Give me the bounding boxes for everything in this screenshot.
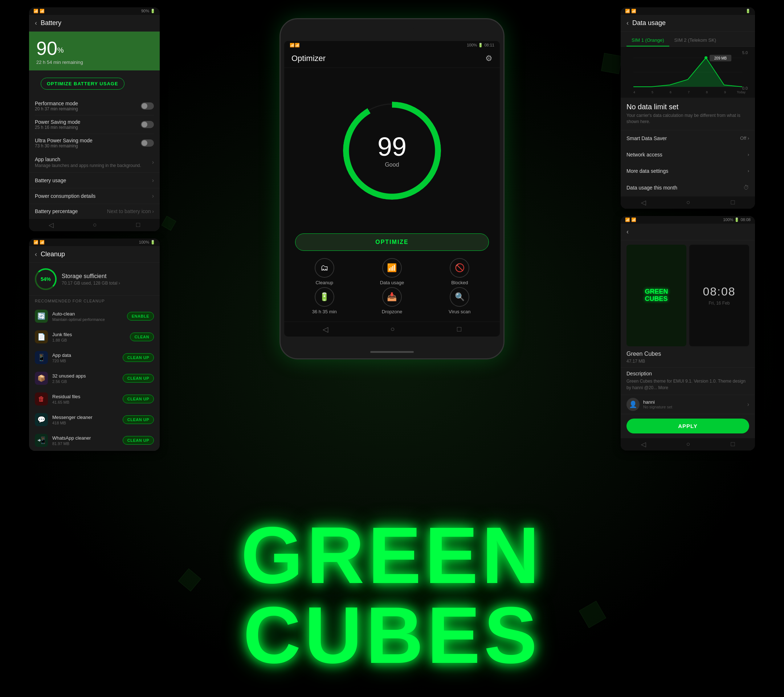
storage-info: Storage sufficient 70.17 GB used, 128 GB… <box>62 273 120 286</box>
data-usage-panel: 📶 📶 🔋 ‹ Data usage SIM 1 (Orange) SIM 2 … <box>621 7 755 209</box>
svg-text:Today: Today <box>737 91 746 94</box>
data-usage-icon-circle: 📶 <box>382 258 402 278</box>
apply-theme-button[interactable]: APPLY <box>626 419 749 433</box>
cleanup-back-button[interactable]: ‹ <box>35 250 37 258</box>
junk-clean-button[interactable]: CLEAN <box>130 333 154 341</box>
data-usage-this-month-row[interactable]: Data usage this month ⏱ <box>621 179 755 196</box>
data-nav-recents-icon[interactable]: □ <box>731 199 735 206</box>
dropzone-icon-circle: 📥 <box>382 287 402 307</box>
mode-performance-toggle[interactable] <box>141 102 154 110</box>
unused-apps-info: 32 unused apps 2.56 GB <box>52 373 118 384</box>
phone-nav-back[interactable]: ◁ <box>323 325 328 334</box>
mode-power-saving-toggle[interactable] <box>141 121 154 128</box>
network-access-item[interactable]: Network access › <box>621 147 755 163</box>
data-usage-back-button[interactable]: ‹ <box>626 19 629 27</box>
network-access-title: Network access <box>626 152 662 158</box>
optimizer-icon-blocked[interactable]: 🚫 Blocked <box>427 258 492 285</box>
theme-name-label: Green Cubes <box>621 351 755 359</box>
optimizer-icon-dropzone[interactable]: 📥 Dropzone <box>359 287 425 315</box>
menu-battery-usage[interactable]: Battery usage › <box>29 173 160 188</box>
autoclean-enable-button[interactable]: ENABLE <box>127 312 154 321</box>
battery-status-bar: 📶 📶 90% 🔋 <box>29 7 160 15</box>
status-right: 100% 🔋 08:11 <box>467 43 494 48</box>
battery-percentage-title: Battery percentage <box>35 208 78 214</box>
optimizer-icon-cleanup[interactable]: 🗂 Cleanup <box>292 258 357 285</box>
theme-nav-recents-icon[interactable]: □ <box>731 440 735 448</box>
status-left: 📶📶 <box>290 43 300 48</box>
phone-bottom-nav: ◁ ○ □ <box>284 321 500 336</box>
mode-power-saving-name: Power Saving mode <box>35 119 80 125</box>
mode-power-saving-time: 25 h 16 min remaining <box>35 125 80 130</box>
svg-point-4 <box>705 56 707 59</box>
green-cubes-line2: CUBES <box>138 595 646 675</box>
whatsapp-cleanup-button[interactable]: CLEAN UP <box>123 436 154 445</box>
unused-apps-icon: 📦 <box>35 372 48 385</box>
optimizer-icon-data-usage[interactable]: 📶 Data usage <box>359 258 425 285</box>
cleanup-header: ‹ Cleanup <box>29 246 160 263</box>
smart-data-saver-right: Off › <box>740 135 749 141</box>
optimize-button[interactable]: OPTIMIZE <box>295 234 489 251</box>
green-cubes-bg-text: GREEN CUBES <box>138 516 646 675</box>
more-data-settings-item[interactable]: More data settings › <box>621 163 755 179</box>
junk-icon: 📄 <box>35 330 48 343</box>
optimizer-icon-virus-scan[interactable]: 🔍 Virus scan <box>427 287 492 315</box>
cleanup-status-icons: 📶 📶 <box>33 240 44 245</box>
theme-panel: 📶 📶 100% 🔋 08:08 ‹ GREEN CUBES 08:08 <box>621 216 755 450</box>
sim2-tab[interactable]: SIM 2 (Telekom SK) <box>669 35 721 46</box>
optimizer-icon-battery[interactable]: 🔋 36 h 35 min <box>292 287 357 315</box>
nav-home-icon[interactable]: ○ <box>93 221 97 229</box>
phone-nav-recents[interactable]: □ <box>457 325 461 334</box>
phone-nav-home[interactable]: ○ <box>390 325 395 334</box>
mode-ultra-saving-toggle[interactable] <box>141 139 154 147</box>
residual-info: Residual files 41.65 MB <box>52 394 118 404</box>
data-nav-back-icon[interactable]: ◁ <box>641 199 646 206</box>
cleanup-item-junk: 📄 Junk files 1.88 GB CLEAN <box>29 327 160 348</box>
residual-name: Residual files <box>52 394 118 399</box>
residual-size: 41.65 MB <box>52 400 118 404</box>
optimizer-settings-icon[interactable]: ⚙ <box>485 54 492 63</box>
battery-percent-symbol: % <box>58 46 64 54</box>
cleanup-item-unused-apps: 📦 32 unused apps 2.56 GB CLEAN UP <box>29 368 160 389</box>
phone-status-bar: 📶📶 100% 🔋 08:11 <box>284 41 500 49</box>
theme-previews: GREEN CUBES 08:08 Fri, 16 Feb <box>621 240 755 351</box>
battery-usage-chevron: › <box>152 177 154 184</box>
appdata-cleanup-button[interactable]: CLEAN UP <box>123 353 154 362</box>
menu-battery-percentage[interactable]: Battery percentage Next to battery icon … <box>29 204 160 219</box>
theme-author-row[interactable]: 👤 hanni No signature set › <box>621 395 755 414</box>
sim-tabs: SIM 1 (Orange) SIM 2 (Telekom SK) <box>621 31 755 47</box>
smart-data-saver-item[interactable]: Smart Data Saver Off › <box>621 130 755 147</box>
residual-cleanup-button[interactable]: CLEAN UP <box>123 395 154 403</box>
theme-preview-lock: 08:08 Fri, 16 Feb <box>689 245 749 346</box>
battery-time-remaining: 22 h 54 min remaining <box>36 59 152 65</box>
battery-back-button[interactable]: ‹ <box>35 19 37 27</box>
unused-apps-cleanup-button[interactable]: CLEAN UP <box>123 374 154 382</box>
more-data-settings-title: More data settings <box>626 168 668 174</box>
theme-desc-title: Description <box>621 367 755 378</box>
mode-performance-name: Performance mode <box>35 101 78 106</box>
cleanup-icon-label: Cleanup <box>315 280 333 285</box>
author-chevron: › <box>747 401 749 408</box>
optimize-battery-button[interactable]: OPTIMIZE BATTERY USAGE <box>41 78 125 90</box>
theme-back-button[interactable]: ‹ <box>626 228 629 236</box>
data-nav-home-icon[interactable]: ○ <box>686 199 690 206</box>
data-usage-bottom-nav: ◁ ○ □ <box>621 196 755 209</box>
menu-power-consumption[interactable]: Power consumption details › <box>29 188 160 204</box>
messenger-name: Messenger cleaner <box>52 415 118 420</box>
sim1-tab[interactable]: SIM 1 (Orange) <box>626 35 669 46</box>
mode-ultra-saving-time: 73 h 30 min remaining <box>35 143 92 148</box>
appdata-name: App data <box>52 353 118 358</box>
app-launch-sub: Manage launches and apps running in the … <box>35 163 141 168</box>
app-launch-chevron: › <box>152 159 154 166</box>
theme-nav-back-icon[interactable]: ◁ <box>641 440 646 448</box>
nav-back-icon[interactable]: ◁ <box>49 221 54 229</box>
residual-icon: 🗑 <box>35 392 48 405</box>
theme-nav-home-icon[interactable]: ○ <box>686 440 690 448</box>
optimizer-icons-grid: 🗂 Cleanup 📶 Data usage 🚫 Blocked 🔋 36 h … <box>284 254 500 321</box>
network-access-right: › <box>748 152 749 157</box>
menu-app-launch[interactable]: App launch Manage launches and apps runn… <box>29 152 160 173</box>
no-limit-sub: Your carrier's data calculation may be d… <box>626 112 749 125</box>
svg-text:209 MB: 209 MB <box>714 56 727 60</box>
nav-recents-icon[interactable]: □ <box>136 221 140 229</box>
battery-time-label: 36 h 35 min <box>312 309 337 315</box>
messenger-cleanup-button[interactable]: CLEAN UP <box>123 415 154 424</box>
